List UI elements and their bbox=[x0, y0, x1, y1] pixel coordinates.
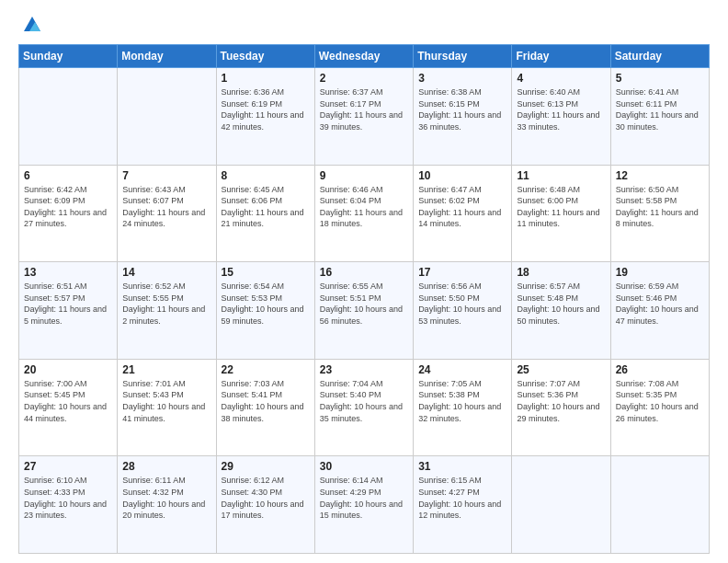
day-info: Sunrise: 6:43 AM Sunset: 6:07 PM Dayligh… bbox=[122, 184, 210, 230]
calendar-cell: 2Sunrise: 6:37 AM Sunset: 6:17 PM Daylig… bbox=[314, 68, 413, 166]
calendar-cell: 30Sunrise: 6:14 AM Sunset: 4:29 PM Dayli… bbox=[314, 456, 413, 554]
day-info: Sunrise: 7:04 AM Sunset: 5:40 PM Dayligh… bbox=[320, 378, 408, 424]
day-info: Sunrise: 6:45 AM Sunset: 6:06 PM Dayligh… bbox=[222, 184, 310, 230]
day-info: Sunrise: 6:40 AM Sunset: 6:13 PM Dayligh… bbox=[517, 86, 605, 132]
calendar-cell: 23Sunrise: 7:04 AM Sunset: 5:40 PM Dayli… bbox=[314, 359, 413, 456]
calendar-cell bbox=[512, 456, 610, 554]
day-number: 27 bbox=[24, 460, 112, 473]
day-number: 8 bbox=[222, 169, 310, 182]
day-info: Sunrise: 7:07 AM Sunset: 5:36 PM Dayligh… bbox=[517, 378, 605, 424]
calendar-cell: 26Sunrise: 7:08 AM Sunset: 5:35 PM Dayli… bbox=[610, 359, 709, 456]
calendar-day-header: Tuesday bbox=[216, 45, 314, 68]
calendar-cell bbox=[19, 68, 118, 166]
calendar-cell: 22Sunrise: 7:03 AM Sunset: 5:41 PM Dayli… bbox=[216, 359, 314, 456]
day-number: 21 bbox=[122, 363, 210, 376]
calendar-cell: 5Sunrise: 6:41 AM Sunset: 6:11 PM Daylig… bbox=[610, 68, 709, 166]
day-number: 11 bbox=[517, 169, 605, 182]
day-number: 12 bbox=[616, 169, 704, 182]
day-info: Sunrise: 6:59 AM Sunset: 5:46 PM Dayligh… bbox=[616, 281, 704, 327]
calendar-cell: 1Sunrise: 6:36 AM Sunset: 6:19 PM Daylig… bbox=[216, 68, 314, 166]
day-info: Sunrise: 6:55 AM Sunset: 5:51 PM Dayligh… bbox=[320, 281, 408, 327]
day-number: 5 bbox=[616, 72, 704, 85]
day-info: Sunrise: 7:08 AM Sunset: 5:35 PM Dayligh… bbox=[616, 378, 704, 424]
calendar-cell: 4Sunrise: 6:40 AM Sunset: 6:13 PM Daylig… bbox=[512, 68, 610, 166]
day-info: Sunrise: 6:50 AM Sunset: 5:58 PM Dayligh… bbox=[616, 184, 704, 230]
logo bbox=[18, 15, 42, 35]
day-number: 25 bbox=[517, 363, 605, 376]
day-number: 4 bbox=[517, 72, 605, 85]
calendar-header-row: SundayMondayTuesdayWednesdayThursdayFrid… bbox=[19, 45, 710, 68]
page: SundayMondayTuesdayWednesdayThursdayFrid… bbox=[0, 0, 728, 563]
calendar-cell: 7Sunrise: 6:43 AM Sunset: 6:07 PM Daylig… bbox=[118, 165, 216, 262]
calendar-cell: 12Sunrise: 6:50 AM Sunset: 5:58 PM Dayli… bbox=[610, 165, 709, 262]
calendar-week-row: 13Sunrise: 6:51 AM Sunset: 5:57 PM Dayli… bbox=[19, 262, 710, 360]
calendar-cell: 16Sunrise: 6:55 AM Sunset: 5:51 PM Dayli… bbox=[314, 262, 413, 360]
calendar-day-header: Sunday bbox=[19, 45, 118, 68]
day-info: Sunrise: 6:11 AM Sunset: 4:32 PM Dayligh… bbox=[122, 475, 210, 521]
calendar-day-header: Friday bbox=[512, 45, 610, 68]
calendar-cell: 8Sunrise: 6:45 AM Sunset: 6:06 PM Daylig… bbox=[216, 165, 314, 262]
calendar-cell: 11Sunrise: 6:48 AM Sunset: 6:00 PM Dayli… bbox=[512, 165, 610, 262]
day-number: 1 bbox=[222, 72, 310, 85]
calendar-cell: 9Sunrise: 6:46 AM Sunset: 6:04 PM Daylig… bbox=[314, 165, 413, 262]
header bbox=[18, 15, 710, 35]
day-number: 18 bbox=[517, 266, 605, 279]
day-info: Sunrise: 6:46 AM Sunset: 6:04 PM Dayligh… bbox=[320, 184, 408, 230]
day-number: 3 bbox=[418, 72, 506, 85]
day-number: 24 bbox=[418, 363, 506, 376]
day-number: 26 bbox=[616, 363, 704, 376]
day-info: Sunrise: 6:38 AM Sunset: 6:15 PM Dayligh… bbox=[418, 86, 506, 132]
day-info: Sunrise: 7:00 AM Sunset: 5:45 PM Dayligh… bbox=[24, 378, 112, 424]
calendar-cell: 29Sunrise: 6:12 AM Sunset: 4:30 PM Dayli… bbox=[216, 456, 314, 554]
day-number: 15 bbox=[222, 266, 310, 279]
calendar-cell: 19Sunrise: 6:59 AM Sunset: 5:46 PM Dayli… bbox=[610, 262, 709, 360]
day-info: Sunrise: 7:03 AM Sunset: 5:41 PM Dayligh… bbox=[222, 378, 310, 424]
logo-icon bbox=[22, 15, 42, 35]
calendar-cell bbox=[118, 68, 216, 166]
day-info: Sunrise: 6:52 AM Sunset: 5:55 PM Dayligh… bbox=[122, 281, 210, 327]
calendar-day-header: Wednesday bbox=[314, 45, 413, 68]
calendar-cell: 3Sunrise: 6:38 AM Sunset: 6:15 PM Daylig… bbox=[414, 68, 512, 166]
day-number: 2 bbox=[320, 72, 408, 85]
day-info: Sunrise: 6:36 AM Sunset: 6:19 PM Dayligh… bbox=[222, 86, 310, 132]
calendar-table: SundayMondayTuesdayWednesdayThursdayFrid… bbox=[18, 44, 710, 554]
day-number: 22 bbox=[222, 363, 310, 376]
day-info: Sunrise: 6:51 AM Sunset: 5:57 PM Dayligh… bbox=[24, 281, 112, 327]
day-info: Sunrise: 6:14 AM Sunset: 4:29 PM Dayligh… bbox=[320, 475, 408, 521]
calendar-day-header: Thursday bbox=[414, 45, 512, 68]
calendar-cell: 31Sunrise: 6:15 AM Sunset: 4:27 PM Dayli… bbox=[414, 456, 512, 554]
calendar-day-header: Saturday bbox=[610, 45, 709, 68]
day-info: Sunrise: 7:01 AM Sunset: 5:43 PM Dayligh… bbox=[122, 378, 210, 424]
day-number: 7 bbox=[122, 169, 210, 182]
day-info: Sunrise: 6:41 AM Sunset: 6:11 PM Dayligh… bbox=[616, 86, 704, 132]
day-number: 20 bbox=[24, 363, 112, 376]
calendar-cell: 15Sunrise: 6:54 AM Sunset: 5:53 PM Dayli… bbox=[216, 262, 314, 360]
calendar-week-row: 20Sunrise: 7:00 AM Sunset: 5:45 PM Dayli… bbox=[19, 359, 710, 456]
day-number: 16 bbox=[320, 266, 408, 279]
calendar-week-row: 6Sunrise: 6:42 AM Sunset: 6:09 PM Daylig… bbox=[19, 165, 710, 262]
day-number: 19 bbox=[616, 266, 704, 279]
day-info: Sunrise: 6:37 AM Sunset: 6:17 PM Dayligh… bbox=[320, 86, 408, 132]
calendar-cell: 28Sunrise: 6:11 AM Sunset: 4:32 PM Dayli… bbox=[118, 456, 216, 554]
day-info: Sunrise: 6:56 AM Sunset: 5:50 PM Dayligh… bbox=[418, 281, 506, 327]
day-info: Sunrise: 6:57 AM Sunset: 5:48 PM Dayligh… bbox=[517, 281, 605, 327]
day-info: Sunrise: 6:42 AM Sunset: 6:09 PM Dayligh… bbox=[24, 184, 112, 230]
calendar-week-row: 27Sunrise: 6:10 AM Sunset: 4:33 PM Dayli… bbox=[19, 456, 710, 554]
calendar-week-row: 1Sunrise: 6:36 AM Sunset: 6:19 PM Daylig… bbox=[19, 68, 710, 166]
day-number: 28 bbox=[122, 460, 210, 473]
calendar-cell: 10Sunrise: 6:47 AM Sunset: 6:02 PM Dayli… bbox=[414, 165, 512, 262]
day-number: 30 bbox=[320, 460, 408, 473]
calendar-day-header: Monday bbox=[118, 45, 216, 68]
calendar-cell: 13Sunrise: 6:51 AM Sunset: 5:57 PM Dayli… bbox=[19, 262, 118, 360]
calendar-cell: 21Sunrise: 7:01 AM Sunset: 5:43 PM Dayli… bbox=[118, 359, 216, 456]
calendar-cell: 24Sunrise: 7:05 AM Sunset: 5:38 PM Dayli… bbox=[414, 359, 512, 456]
day-number: 31 bbox=[418, 460, 506, 473]
day-number: 23 bbox=[320, 363, 408, 376]
day-number: 13 bbox=[24, 266, 112, 279]
calendar-cell: 18Sunrise: 6:57 AM Sunset: 5:48 PM Dayli… bbox=[512, 262, 610, 360]
calendar-cell: 27Sunrise: 6:10 AM Sunset: 4:33 PM Dayli… bbox=[19, 456, 118, 554]
day-number: 17 bbox=[418, 266, 506, 279]
calendar-cell: 6Sunrise: 6:42 AM Sunset: 6:09 PM Daylig… bbox=[19, 165, 118, 262]
day-number: 29 bbox=[222, 460, 310, 473]
calendar-cell: 14Sunrise: 6:52 AM Sunset: 5:55 PM Dayli… bbox=[118, 262, 216, 360]
